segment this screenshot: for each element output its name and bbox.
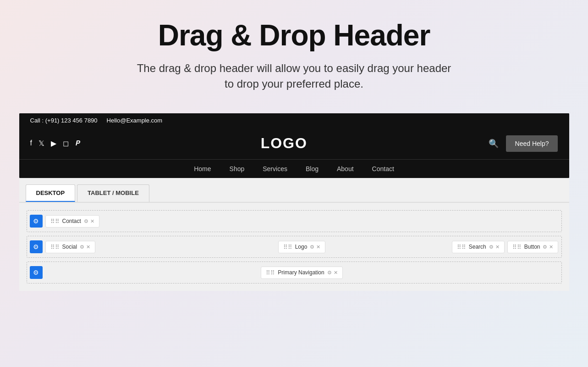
logo-drag-handle: ⠿⠿: [283, 244, 292, 250]
primary-nav-settings-icon[interactable]: ⚙: [327, 270, 332, 276]
row1-settings-button[interactable]: ⚙: [30, 215, 43, 228]
row3-settings-button[interactable]: ⚙: [30, 266, 43, 279]
button-chip[interactable]: ⠿⠿ Button ⚙ ✕: [507, 241, 559, 253]
nav-blog[interactable]: Blog: [306, 165, 319, 172]
search-settings-icon[interactable]: ⚙: [489, 244, 494, 250]
contact-label: Contact: [62, 218, 81, 224]
nav-contact[interactable]: Contact: [372, 165, 394, 172]
social-settings-icon[interactable]: ⚙: [80, 244, 84, 250]
nav-about[interactable]: About: [337, 165, 354, 172]
need-help-button[interactable]: Need Help?: [506, 135, 558, 152]
tab-tablet-mobile[interactable]: TABLET / MOBILE: [77, 184, 149, 202]
social-drag-handle: ⠿⠿: [50, 244, 60, 250]
contact-drag-handle: ⠿⠿: [50, 218, 60, 225]
nav-services[interactable]: Services: [263, 165, 287, 172]
row2-center: ⠿⠿ Logo ⚙ ✕: [217, 241, 386, 253]
topbar-email: Hello@Example.com: [107, 117, 163, 124]
header-preview: Call : (+91) 123 456 7890 Hello@Example.…: [19, 113, 569, 178]
header-social: f 𝕏 ▶ ◻ 𝙋: [30, 139, 80, 148]
logo-chip-actions: ⚙ ✕: [310, 244, 320, 250]
social-label: Social: [62, 244, 77, 250]
header-actions: 🔍 Need Help?: [489, 135, 558, 152]
row2-right: ⠿⠿ Search ⚙ ✕ ⠿⠿ Button ⚙ ✕: [389, 241, 558, 253]
primary-nav-drag-handle: ⠿⠿: [266, 269, 275, 276]
button-close-icon[interactable]: ✕: [549, 244, 553, 250]
header-logo: LOGO: [261, 135, 308, 152]
header-main: f 𝕏 ▶ ◻ 𝙋 LOGO 🔍 Need Help?: [19, 128, 569, 159]
button-chip-actions: ⚙ ✕: [543, 244, 553, 250]
primary-nav-chip-actions: ⚙ ✕: [327, 270, 338, 276]
page-subtitle: The drag & drop header will allow you to…: [134, 61, 455, 91]
builder-tabs: DESKTOP TABLET / MOBILE: [19, 178, 569, 203]
social-chip[interactable]: ⠿⠿ Social ⚙ ✕: [45, 241, 96, 253]
row1-items: ⠿⠿ Contact ⚙ ✕: [45, 215, 559, 228]
header-search-icon[interactable]: 🔍: [489, 139, 499, 149]
header-topbar: Call : (+91) 123 456 7890 Hello@Example.…: [19, 113, 569, 128]
row3-center: ⠿⠿ Primary Navigation ⚙ ✕: [217, 267, 386, 279]
twitter-icon[interactable]: 𝕏: [38, 139, 44, 148]
contact-chip[interactable]: ⠿⠿ Contact ⚙ ✕: [45, 215, 99, 228]
nav-home[interactable]: Home: [194, 165, 211, 172]
search-chip-actions: ⚙ ✕: [489, 244, 500, 250]
logo-label: Logo: [295, 244, 308, 250]
builder-row-2: ⚙ ⠿⠿ Social ⚙ ✕ ⠿⠿ Logo ⚙ ✕: [27, 236, 562, 258]
facebook-icon[interactable]: f: [30, 139, 32, 148]
primary-nav-label: Primary Navigation: [278, 269, 324, 276]
page-title: Drag & Drop Header: [158, 18, 430, 52]
search-close-icon[interactable]: ✕: [495, 244, 500, 250]
social-close-icon[interactable]: ✕: [86, 244, 90, 250]
search-label: Search: [469, 244, 486, 250]
header-nav: Home Shop Services Blog About Contact: [19, 159, 569, 178]
topbar-phone: Call : (+91) 123 456 7890: [30, 117, 98, 124]
logo-settings-icon[interactable]: ⚙: [310, 244, 314, 250]
youtube-icon[interactable]: ▶: [51, 139, 56, 148]
button-settings-icon[interactable]: ⚙: [543, 244, 547, 250]
search-chip[interactable]: ⠿⠿ Search ⚙ ✕: [452, 241, 505, 253]
primary-nav-close-icon[interactable]: ✕: [334, 270, 338, 276]
nav-shop[interactable]: Shop: [230, 165, 245, 172]
tab-desktop[interactable]: DESKTOP: [26, 184, 76, 202]
builder-row-3: ⚙ ⠿⠿ Primary Navigation ⚙ ✕: [27, 261, 562, 284]
row2-settings-button[interactable]: ⚙: [30, 240, 43, 253]
logo-close-icon[interactable]: ✕: [316, 244, 320, 250]
builder-content: ⚙ ⠿⠿ Contact ⚙ ✕ ⚙ ⠿⠿ Social: [19, 203, 569, 291]
builder-area: DESKTOP TABLET / MOBILE ⚙ ⠿⠿ Contact ⚙ ✕…: [19, 178, 569, 291]
search-drag-handle: ⠿⠿: [457, 244, 466, 250]
contact-close-icon[interactable]: ✕: [90, 218, 94, 224]
primary-navigation-chip[interactable]: ⠿⠿ Primary Navigation ⚙ ✕: [261, 267, 342, 279]
pinterest-icon[interactable]: 𝙋: [75, 139, 80, 148]
button-label: Button: [524, 244, 540, 250]
button-drag-handle: ⠿⠿: [512, 244, 522, 250]
builder-row-1: ⚙ ⠿⠿ Contact ⚙ ✕: [27, 210, 562, 232]
contact-settings-icon[interactable]: ⚙: [84, 218, 88, 224]
contact-chip-actions: ⚙ ✕: [84, 218, 94, 224]
social-chip-actions: ⚙ ✕: [80, 244, 90, 250]
row2-left: ⠿⠿ Social ⚙ ✕: [45, 241, 214, 253]
instagram-icon[interactable]: ◻: [63, 139, 69, 148]
logo-chip[interactable]: ⠿⠿ Logo ⚙ ✕: [278, 241, 326, 253]
